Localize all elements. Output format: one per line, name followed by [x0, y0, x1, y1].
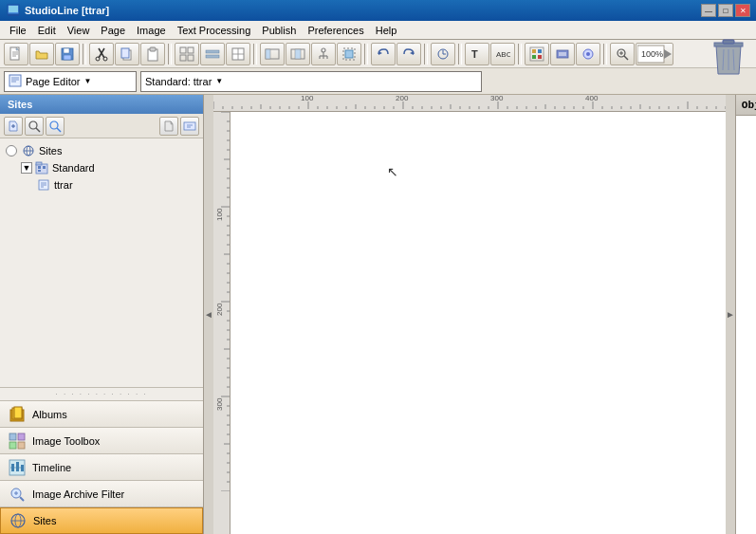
- svg-line-108: [20, 497, 24, 501]
- history-button[interactable]: [431, 43, 455, 65]
- canvas-area: ↖: [213, 95, 726, 534]
- abc-button[interactable]: ABC: [490, 43, 515, 65]
- separator6: [458, 44, 462, 64]
- tree-ttrar-item[interactable]: ttrar: [34, 176, 199, 193]
- menu-bar: File Edit View Page Image Text Processin…: [0, 21, 756, 40]
- object-browser-title: Object Browser: [742, 100, 756, 111]
- zoom-level-button[interactable]: 100%: [636, 43, 673, 65]
- minimize-button[interactable]: —: [701, 4, 716, 17]
- select-button[interactable]: [337, 43, 361, 65]
- page-editor-arrow: ▼: [83, 77, 91, 85]
- menu-text-processing[interactable]: Text Processing: [172, 23, 257, 38]
- right-expand-arrow[interactable]: ►: [726, 95, 735, 534]
- white-canvas[interactable]: ↖: [230, 112, 726, 534]
- svg-rect-98: [9, 433, 16, 440]
- ruler-left: [213, 112, 230, 534]
- object-browser: Object Browser ×: [735, 95, 756, 534]
- menu-image[interactable]: Image: [131, 23, 172, 38]
- svg-rect-90: [38, 170, 41, 172]
- main-layout: Sites: [0, 95, 756, 534]
- svg-rect-50: [538, 55, 542, 59]
- albums-item[interactable]: Albums: [0, 401, 203, 428]
- svg-point-14: [103, 57, 107, 61]
- menu-view[interactable]: View: [62, 23, 96, 38]
- cut-button[interactable]: [89, 43, 114, 65]
- sites-search2-button[interactable]: [46, 117, 65, 136]
- ttrar-icon: [36, 177, 51, 193]
- copy-button[interactable]: [115, 43, 139, 65]
- svg-line-77: [57, 128, 61, 132]
- open-button[interactable]: [29, 43, 54, 65]
- menu-preferences[interactable]: Preferences: [302, 23, 369, 38]
- close-button[interactable]: ✕: [735, 4, 750, 17]
- svg-rect-22: [188, 55, 194, 61]
- redo-button[interactable]: [396, 43, 421, 65]
- sites-add-button[interactable]: [4, 117, 23, 136]
- sites-bottom-icon: [9, 511, 28, 530]
- separator4: [364, 44, 368, 64]
- menu-help[interactable]: Help: [370, 23, 403, 38]
- grid-button1[interactable]: [175, 43, 199, 65]
- sites-search-button[interactable]: [25, 117, 44, 136]
- image-archive-filter-item[interactable]: Image Archive Filter: [0, 481, 203, 507]
- effects-button2[interactable]: [550, 43, 575, 65]
- tree-sites-item[interactable]: Sites: [4, 142, 199, 159]
- svg-text:T: T: [471, 48, 478, 60]
- page-editor-dropdown[interactable]: Page Editor ▼: [4, 71, 137, 92]
- sites-bottom-label: Sites: [33, 515, 56, 526]
- drag-handle[interactable]: · · · · · · · · · · · ·: [0, 387, 203, 400]
- paste-button[interactable]: [140, 43, 165, 65]
- object-browser-header: Object Browser ×: [736, 95, 756, 116]
- anchor-button[interactable]: [311, 43, 336, 65]
- layout-button1[interactable]: [260, 43, 285, 65]
- timeline-item[interactable]: Timeline: [0, 454, 203, 481]
- menu-file[interactable]: File: [4, 23, 32, 38]
- menu-page[interactable]: Page: [95, 23, 131, 38]
- svg-point-32: [322, 48, 325, 52]
- effects-button3[interactable]: [576, 43, 600, 65]
- layout-button2[interactable]: [286, 43, 310, 65]
- sites-icon: [21, 143, 36, 158]
- standard-expand[interactable]: ▼: [21, 162, 32, 174]
- sites-action-button[interactable]: [180, 117, 199, 136]
- new-button[interactable]: [4, 43, 28, 65]
- separator5: [424, 44, 428, 64]
- svg-rect-24: [206, 55, 219, 58]
- separator3: [253, 44, 257, 64]
- sites-bottom-item[interactable]: Sites: [0, 507, 203, 534]
- sites-header: Sites: [0, 95, 203, 114]
- sites-add2-button[interactable]: [159, 117, 178, 136]
- zoom-button[interactable]: [610, 43, 635, 65]
- image-toolbox-label: Image Toolbox: [32, 435, 100, 447]
- standard-arrow: ▼: [215, 77, 223, 85]
- sites-radio[interactable]: [6, 145, 17, 157]
- svg-rect-38: [345, 50, 353, 58]
- svg-rect-47: [532, 49, 536, 53]
- text-button[interactable]: T: [465, 43, 489, 65]
- title-text: StudioLine [ttrar]: [25, 5, 701, 16]
- left-collapse-arrow[interactable]: ◄: [204, 95, 213, 534]
- undo-button[interactable]: [371, 43, 396, 65]
- effects-button1[interactable]: [525, 43, 549, 65]
- object-browser-content: [736, 116, 756, 534]
- svg-rect-18: [150, 47, 156, 51]
- toolbar2: Page Editor ▼ Standard: ttrar ▼: [0, 68, 756, 95]
- tree-standard-item[interactable]: ▼ Standard: [19, 159, 199, 176]
- menu-edit[interactable]: Edit: [32, 23, 62, 38]
- svg-rect-48: [538, 49, 542, 53]
- albums-icon: [8, 405, 27, 424]
- page-editor-label: Page Editor: [26, 76, 80, 87]
- title-controls: — □ ✕: [701, 4, 750, 17]
- page-size-button[interactable]: [226, 43, 250, 65]
- grid-button2[interactable]: [200, 43, 225, 65]
- svg-rect-67: [9, 75, 21, 86]
- svg-rect-87: [36, 162, 42, 165]
- standard-dropdown[interactable]: Standard: ttrar ▼: [140, 71, 482, 92]
- image-toolbox-item[interactable]: Image Toolbox: [0, 428, 203, 454]
- albums-label: Albums: [32, 409, 67, 420]
- svg-line-56: [624, 56, 628, 60]
- save-button[interactable]: [55, 43, 80, 65]
- menu-publish[interactable]: Publish: [256, 23, 302, 38]
- canvas-content: ↖: [213, 112, 726, 534]
- maximize-button[interactable]: □: [718, 4, 733, 17]
